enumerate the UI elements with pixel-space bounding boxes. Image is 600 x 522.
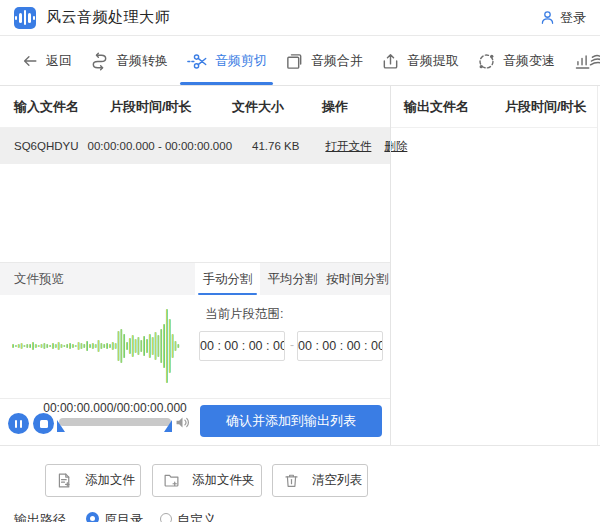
- playback-time: 00:00:00.000/00:00:00.000: [42, 401, 188, 415]
- toolbar-item-audio-merge[interactable]: 音频合并: [276, 37, 372, 85]
- row-time: 00:00:00.000 - 00:00:00.000: [88, 140, 233, 152]
- delete-link[interactable]: 删除: [384, 139, 407, 154]
- add-folder-button[interactable]: 添加文件夹: [152, 464, 262, 497]
- bottom-section-divider: [0, 445, 600, 446]
- range-separator: -: [287, 338, 297, 352]
- split-tabs: 手动分割 平均分割 按时间分割: [195, 262, 390, 295]
- segment-start-input[interactable]: [199, 331, 285, 361]
- back-arrow-icon: [21, 52, 39, 70]
- login-button[interactable]: 登录: [539, 9, 586, 27]
- toolbar-label: 音频剪切: [215, 52, 267, 70]
- toolbar-item-back[interactable]: 返回: [12, 37, 81, 85]
- toolbar-label: 音频提取: [407, 52, 459, 70]
- toolbar-item-audio-extract[interactable]: 音频提取: [372, 37, 468, 85]
- clear-list-button[interactable]: 清空列表: [272, 464, 368, 497]
- file-preview-header: 文件预览: [0, 262, 195, 295]
- trash-icon: [283, 472, 300, 489]
- toolbar-label: 返回: [46, 52, 72, 70]
- radio-original-directory[interactable]: [86, 512, 99, 522]
- radio-custom-directory-label[interactable]: 自定义: [177, 511, 216, 522]
- segment-end-input[interactable]: [297, 331, 383, 361]
- input-col-time: 片段时间/时长: [110, 86, 192, 127]
- toolbar-label: 音频转换: [116, 52, 168, 70]
- output-path-label: 输出路径: [14, 511, 66, 522]
- radio-original-directory-label[interactable]: 原目录: [104, 511, 143, 522]
- toolbar-item-audio-cut[interactable]: 音频剪切: [177, 37, 276, 85]
- stop-button[interactable]: [33, 413, 54, 434]
- tab-average-split[interactable]: 平均分割: [260, 263, 325, 295]
- file-preview-title: 文件预览: [14, 272, 64, 286]
- stop-icon: [40, 420, 48, 428]
- pause-icon: [15, 420, 18, 428]
- table-row[interactable]: SQ6QHDYU 00:00:00.000 - 00:00:00.000 41.…: [0, 128, 390, 164]
- toolbar-item-audio-speed[interactable]: 音频变速: [468, 37, 564, 85]
- add-folder-label: 添加文件夹: [192, 472, 255, 489]
- preview-footer-divider: [0, 398, 390, 399]
- pause-button[interactable]: [8, 413, 29, 434]
- input-col-size: 文件大小: [232, 86, 284, 127]
- toolbar-item-partial-icon[interactable]: [589, 51, 600, 71]
- login-label: 登录: [560, 9, 586, 27]
- row-filename: SQ6QHDYU: [14, 140, 79, 152]
- radio-custom-directory[interactable]: [160, 513, 172, 522]
- add-file-button[interactable]: 添加文件: [45, 464, 141, 497]
- segment-range-label: 当前片段范围:: [205, 306, 283, 323]
- toolbar-label: 音频合并: [311, 52, 363, 70]
- output-header-divider: [391, 127, 598, 128]
- convert-icon: [90, 52, 109, 71]
- volume-icon[interactable]: [174, 414, 191, 431]
- clear-list-label: 清空列表: [312, 472, 362, 489]
- scissors-icon: [186, 52, 208, 71]
- speed-icon: [477, 52, 496, 71]
- user-icon: [539, 9, 556, 26]
- app-logo-icon: [14, 7, 36, 29]
- toolbar: 返回 音频转换 音频剪切 音频合并 音频提取 音频变速 音量调整: [0, 37, 600, 86]
- file-add-icon: [56, 472, 73, 489]
- panel-divider: [390, 86, 391, 445]
- folder-add-icon: [163, 472, 180, 489]
- range-start-handle[interactable]: [57, 420, 65, 432]
- add-file-label: 添加文件: [85, 472, 135, 489]
- output-col-time: 片段时间/时长: [505, 86, 587, 127]
- merge-icon: [285, 52, 304, 71]
- output-panel-border: [597, 86, 598, 445]
- row-size: 41.76 KB: [252, 140, 299, 152]
- range-end-handle[interactable]: [164, 420, 172, 432]
- seek-slider[interactable]: [59, 418, 171, 426]
- input-col-actions: 操作: [322, 86, 348, 127]
- output-col-filename: 输出文件名: [404, 86, 469, 127]
- app-title: 风云音频处理大师: [46, 8, 170, 27]
- tab-time-split[interactable]: 按时间分割: [325, 263, 390, 295]
- tab-manual-split[interactable]: 手动分割: [195, 263, 260, 295]
- toolbar-label: 音频变速: [503, 52, 555, 70]
- confirm-add-output-button[interactable]: 确认并添加到输出列表: [200, 405, 382, 437]
- toolbar-item-audio-convert[interactable]: 音频转换: [81, 37, 177, 85]
- waveform-svg: [12, 298, 182, 394]
- titlebar: 风云音频处理大师 登录: [0, 0, 600, 36]
- extract-icon: [381, 52, 400, 71]
- input-col-filename: 输入文件名: [14, 86, 79, 127]
- open-file-link[interactable]: 打开文件: [325, 139, 371, 154]
- waveform-preview[interactable]: [0, 296, 195, 397]
